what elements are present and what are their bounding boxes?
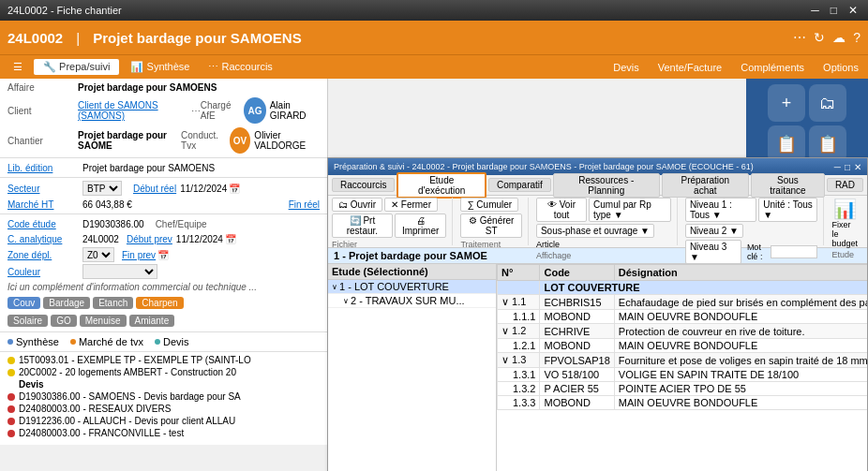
btn-imprimer[interactable]: 🖨 Imprimer — [395, 213, 447, 238]
dropdown-sous-phase[interactable]: Sous-phase et ouvrage ▼ — [536, 224, 654, 238]
cell-n: 1.3.1 — [498, 368, 540, 382]
calendar-icon-1[interactable]: 📅 — [229, 184, 240, 194]
tab-preparation-achat[interactable]: Préparation achat — [662, 173, 749, 198]
lib-edition-label[interactable]: Lib. édition — [7, 163, 82, 173]
dropdown-unite[interactable]: Unité : Tous ▼ — [758, 198, 817, 222]
calendar-icon-2[interactable]: 📅 — [225, 234, 236, 244]
devis-bottom-tab[interactable]: Devis — [155, 336, 189, 349]
table-row[interactable]: LOT COUVERTURE — [498, 281, 868, 295]
tag-etanch[interactable]: Etanch — [93, 297, 133, 309]
c-analytique-row: C. analytique 24L0002 Début prev 11/12/2… — [0, 231, 327, 246]
synthese-tab[interactable]: 📊 Synthèse — [121, 59, 199, 75]
zone-depl-label[interactable]: Zone dépl. — [7, 250, 82, 260]
hamburger-menu[interactable]: ☰ — [4, 59, 32, 75]
devis-menu[interactable]: Devis — [604, 60, 649, 75]
sidebar-add-button[interactable]: + — [768, 84, 805, 122]
debut-reel-label[interactable]: Début réel — [133, 184, 176, 194]
sidebar-folder-button[interactable]: 🗂 — [809, 84, 846, 122]
tag-menuise[interactable]: Menuise — [80, 315, 127, 327]
inner-close[interactable]: ✕ — [854, 162, 861, 172]
list-item[interactable]: D24080003.00 - RESEAUX DIVERS — [0, 403, 327, 415]
tab-rad[interactable]: RAD — [827, 178, 863, 192]
tag-solaire[interactable]: Solaire — [7, 315, 48, 327]
list-item[interactable]: 15T0093.01 - EXEMPLE TP - EXEMPLE TP (SA… — [0, 354, 327, 366]
tab-comparatif[interactable]: Comparatif — [488, 178, 551, 192]
mot-cle-input[interactable] — [771, 245, 817, 258]
table-row[interactable]: 1.3.1 VO 518/100 VOLIGE EN SAPIN TRAITE … — [498, 368, 868, 382]
debut-prev-label[interactable]: Début prev — [127, 234, 172, 244]
fin-reel-label[interactable]: Fin réel — [289, 199, 320, 210]
col-designation: Désignation — [614, 265, 867, 281]
btn-fixer-budget[interactable]: 📊 Fixer lebudget — [831, 198, 858, 248]
tree-item-lot-couverture[interactable]: ∨ 1 - LOT COUVERTURE — [328, 280, 496, 294]
client-more[interactable]: ⋯ — [191, 106, 201, 116]
btn-ouvrir[interactable]: 🗂 Ouvrir — [332, 198, 382, 212]
zone-depl-select[interactable]: Z0 — [82, 247, 114, 262]
tree-item-travaux[interactable]: ∨ 2 - TRAVAUX SUR MU... — [328, 294, 496, 308]
list-item[interactable]: 20C0002 - 20 logements AMBERT - Construc… — [0, 366, 327, 378]
complements-menu[interactable]: Compléments — [731, 60, 814, 75]
refresh-icon[interactable]: ↻ — [814, 30, 825, 45]
couleur-select[interactable] — [82, 264, 157, 279]
tab-raccourcis[interactable]: Raccourcis — [332, 178, 395, 192]
code-etude-label[interactable]: Code étude — [7, 219, 82, 229]
tab-ressources-planning[interactable]: Ressources - Planning — [553, 173, 660, 198]
inner-maximize[interactable]: □ — [845, 162, 850, 172]
dropdown-niveau2[interactable]: Niveau 2 ▼ — [685, 224, 743, 238]
tag-amiante[interactable]: Amiante — [129, 315, 175, 327]
btn-generer-st[interactable]: ⚙ Générer ST — [460, 213, 521, 238]
inner-minimize[interactable]: ─ — [834, 162, 841, 172]
table-row[interactable]: 1.1.1 MOBOND MAIN OEUVRE BONDOUFLE — [498, 310, 868, 324]
dropdown-cumul-rp-type[interactable]: Cumul par Rp type ▼ — [589, 198, 671, 222]
list-item[interactable]: D1912236.00 - ALLAUCH - Devis pour clien… — [0, 415, 327, 427]
dropdown-niveau3[interactable]: Niveau 3 ▼ — [685, 240, 741, 264]
fin-prev-label[interactable]: Fin prev — [122, 250, 156, 260]
tag-bardage[interactable]: Bardage — [43, 297, 90, 309]
client-link[interactable]: Client de SAMONS (SAMONS) — [78, 100, 187, 121]
calendar-icon-3[interactable]: 📅 — [157, 250, 169, 260]
table-row[interactable]: ∨ 1.2 ECHRIVE Protection de couvreur en … — [498, 324, 868, 339]
options-menu[interactable]: Options — [814, 60, 868, 75]
dot-icon — [7, 405, 15, 413]
marche-ht-label[interactable]: Marché HT — [7, 199, 82, 210]
table-row[interactable]: 1.3.3 MOBOND MAIN OEUVRE BONDOUFLE — [498, 396, 868, 410]
minimize-button[interactable]: ─ — [808, 4, 822, 17]
marche-tvx-tab[interactable]: Marché de tvx — [70, 336, 143, 349]
vente-facture-menu[interactable]: Vente/Facture — [649, 60, 732, 75]
ribbon-group-etude: 📊 Fixer lebudget Etude — [831, 198, 863, 245]
ribbon-fichier-label: Fichier — [332, 240, 446, 249]
table-row[interactable]: 1.3.2 P ACIER 55 POINTE ACIER TPO DE 55 — [498, 382, 868, 396]
tag-go[interactable]: GO — [51, 315, 77, 327]
inner-window-title: Préparation & suivi - 24L0002 - Projet b… — [334, 162, 754, 171]
btn-prt-restaur[interactable]: 🔄 Prt restaur. — [332, 213, 393, 238]
cloud-icon[interactable]: ☁ — [832, 30, 846, 45]
table-row[interactable]: ∨ 1.3 FPVOLSAP18 Fourniture et pose de v… — [498, 353, 868, 368]
close-button[interactable]: ✕ — [846, 4, 861, 17]
more-options-icon[interactable]: ⋯ — [793, 30, 806, 45]
btn-fermer[interactable]: ✕ Fermer — [384, 198, 438, 212]
raccourcis-tab[interactable]: ⋯ Raccourcis — [199, 59, 281, 75]
left-panel: Affaire Projet bardage pour SAMOENS Clie… — [0, 79, 328, 445]
btn-cumuler[interactable]: ∑ Cumuler — [460, 198, 518, 212]
list-item[interactable]: D24080003.00 - FRANCONVILLE - test — [0, 427, 327, 439]
btn-voir-tout[interactable]: 👁 Voir tout — [536, 198, 587, 222]
dropdown-niveau1[interactable]: Niveau 1 : Tous ▼ — [685, 198, 756, 222]
c-analytique-value: 24L0002 — [82, 234, 119, 244]
app-separator: | — [76, 30, 80, 46]
c-analytique-label[interactable]: C. analytique — [7, 234, 82, 244]
tab-etude-execution[interactable]: Etude d'exécution — [397, 172, 486, 199]
table-row[interactable]: ∨ 1.1 ECHBRIS15 Echafaudage de pied sur … — [498, 295, 868, 310]
synthese-bottom-tab[interactable]: Synthèse — [7, 336, 59, 349]
maximize-button[interactable]: □ — [828, 4, 840, 17]
help-icon[interactable]: ? — [853, 30, 861, 45]
prepa-suivi-tab[interactable]: 🔧 Prepa/suivi — [32, 57, 121, 77]
couleur-label[interactable]: Couleur — [7, 267, 82, 277]
table-row[interactable]: 1.2.1 MOBOND MAIN OEUVRE BONDOUFLE — [498, 339, 868, 353]
tag-charpen[interactable]: Charpen — [136, 297, 183, 309]
tag-couv[interactable]: Couv — [7, 297, 40, 309]
cell-code: P ACIER 55 — [540, 382, 614, 396]
secteur-select[interactable]: BTP — [82, 181, 122, 196]
list-item[interactable]: D19030386.00 - SAMOENS - Devis bardage p… — [0, 390, 327, 403]
tab-sous-traitance[interactable]: Sous traitance — [751, 173, 825, 198]
secteur-label[interactable]: Secteur — [7, 184, 82, 194]
